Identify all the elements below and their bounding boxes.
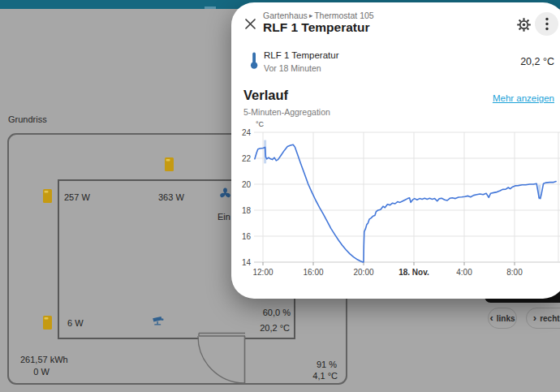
nav-right-label: rechts xyxy=(540,314,560,323)
history-chart-container: 242220181614°C12:0016:0020:0018. Nov.4:0… xyxy=(231,116,560,290)
entity-state-value: 20,2 °C xyxy=(520,56,554,67)
nav-left-label: links xyxy=(497,314,515,323)
svg-text:16:00: 16:00 xyxy=(303,268,323,277)
power-sensor-label[interactable]: 0 W xyxy=(20,367,62,377)
entity-name: RLF 1 Temperatur xyxy=(264,50,338,60)
svg-text:12:00: 12:00 xyxy=(252,268,273,277)
power-sensor-label[interactable]: 6 W xyxy=(67,318,84,328)
header-tab-indicator xyxy=(205,6,216,9)
nav-right-button[interactable]: › rechts xyxy=(526,308,560,329)
close-button[interactable] xyxy=(239,13,261,34)
svg-text:18: 18 xyxy=(242,206,252,215)
settings-button[interactable] xyxy=(515,15,532,33)
security-camera-icon[interactable] xyxy=(151,316,166,326)
energy-sensor-label[interactable]: 261,57 kWh xyxy=(20,355,68,364)
dialog-title: RLF 1 Temperatur xyxy=(263,20,370,35)
more-info-dialog: Gartenhaus▸Thermostat 105 RLF 1 Temperat… xyxy=(231,2,560,299)
gear-icon xyxy=(516,17,532,32)
thermometer-icon xyxy=(248,51,261,70)
entity-last-changed[interactable]: Vor 18 Minuten xyxy=(264,63,321,73)
svg-text:20:00: 20:00 xyxy=(353,268,373,277)
close-icon xyxy=(244,18,256,30)
radiator-icon[interactable] xyxy=(165,157,174,171)
chevron-right-icon: › xyxy=(533,312,536,323)
radiator-icon[interactable] xyxy=(43,316,52,330)
humidity-sensor-label[interactable]: 91 % xyxy=(288,360,337,369)
svg-text:°C: °C xyxy=(256,120,265,128)
svg-text:18. Nov.: 18. Nov. xyxy=(398,268,429,277)
fan-icon[interactable] xyxy=(219,187,231,200)
floorplan-title: Grundriss xyxy=(8,114,47,124)
breadcrumb-arrow-icon: ▸ xyxy=(308,11,314,19)
show-more-link[interactable]: Mehr anzeigen xyxy=(493,93,554,103)
nav-left-button[interactable]: ‹ links xyxy=(488,308,517,329)
svg-text:14: 14 xyxy=(242,258,252,267)
power-sensor-label[interactable]: 363 W xyxy=(158,192,184,202)
temperature-sensor-label[interactable]: 20,2 °C xyxy=(239,323,290,333)
history-section-title: Verlauf xyxy=(243,88,288,103)
overflow-menu-button[interactable] xyxy=(535,12,558,36)
temperature-sensor-label[interactable]: 4,1 °C xyxy=(289,371,338,381)
svg-text:16: 16 xyxy=(242,232,252,241)
svg-text:8:00: 8:00 xyxy=(506,268,523,277)
power-sensor-label[interactable]: 257 W xyxy=(64,192,90,202)
chevron-left-icon: ‹ xyxy=(489,312,493,323)
breadcrumb: Gartenhaus▸Thermostat 105 xyxy=(263,11,374,20)
humidity-sensor-label[interactable]: 60,0 % xyxy=(243,308,291,317)
breadcrumb-child: Thermostat 105 xyxy=(314,11,374,20)
svg-text:24: 24 xyxy=(242,128,252,137)
kebab-menu-icon xyxy=(545,17,549,31)
fan-state-label[interactable]: Ein xyxy=(218,212,231,222)
svg-text:20: 20 xyxy=(242,180,252,189)
svg-text:4:00: 4:00 xyxy=(456,268,472,277)
radiator-icon[interactable] xyxy=(43,189,52,203)
breadcrumb-parent: Gartenhaus xyxy=(263,11,308,20)
svg-text:22: 22 xyxy=(242,154,252,163)
history-chart[interactable]: 242220181614°C12:0016:0020:0018. Nov.4:0… xyxy=(231,116,560,286)
